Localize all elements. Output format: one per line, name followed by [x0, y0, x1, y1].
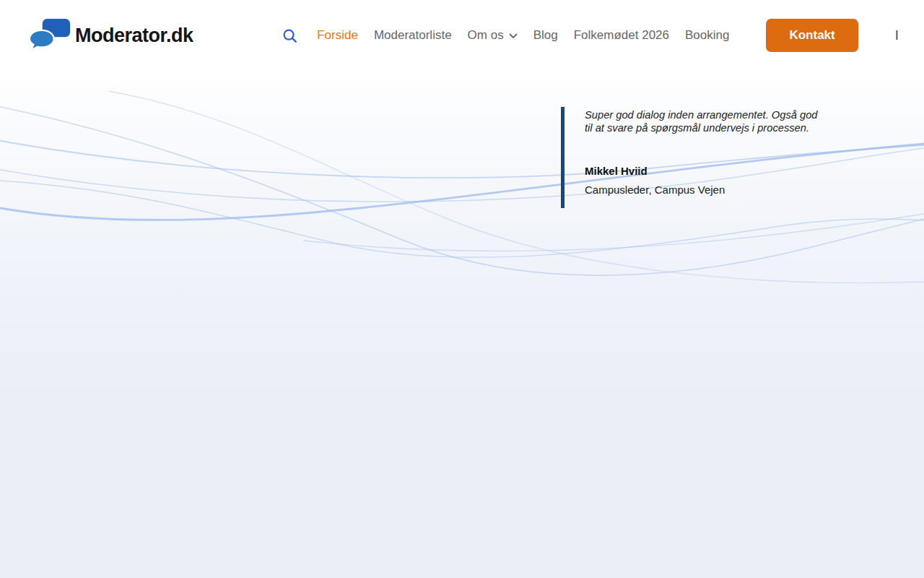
brand-name: Moderator.dk [75, 25, 193, 47]
nav-item-label: Forside [317, 28, 358, 43]
nav-item-label: Booking [685, 28, 729, 43]
testimonial-quote: Super god dialog inden arrangementet. Og… [585, 108, 818, 134]
nav-item-forside[interactable]: Forside [309, 28, 366, 43]
main-nav: Forside Moderatorliste Om os Blog Folkem… [271, 19, 899, 52]
testimonial-block: Super god dialog inden arrangementet. Og… [561, 107, 818, 208]
testimonial-author-name: Mikkel Hviid [585, 165, 818, 177]
nav-item-moderatorliste[interactable]: Moderatorliste [366, 28, 460, 43]
nav-item-om-os[interactable]: Om os [460, 28, 526, 43]
chevron-down-icon [509, 28, 518, 43]
nav-item-folkemodet-2026[interactable]: Folkemødet 2026 [566, 28, 677, 43]
hero-section: Super god dialog inden arrangementet. Og… [0, 71, 924, 578]
nav-item-booking[interactable]: Booking [677, 28, 737, 43]
nav-item-label: Moderatorliste [374, 28, 452, 43]
nav-trailing-divider: I [895, 27, 899, 43]
kontakt-button[interactable]: Kontakt [766, 19, 858, 52]
brand-logo[interactable]: Moderator.dk [29, 17, 193, 54]
nav-item-label: Blog [533, 28, 558, 43]
nav-item-label: Folkemødet 2026 [574, 28, 669, 43]
search-icon[interactable] [271, 28, 309, 43]
nav-item-label: Om os [468, 28, 504, 43]
speech-bubbles-icon [29, 17, 71, 54]
testimonial-author-role: Campusleder, Campus Vejen [585, 184, 818, 196]
site-header: Moderator.dk Forside Moderatorliste Om o… [0, 0, 924, 71]
nav-item-blog[interactable]: Blog [526, 28, 566, 43]
